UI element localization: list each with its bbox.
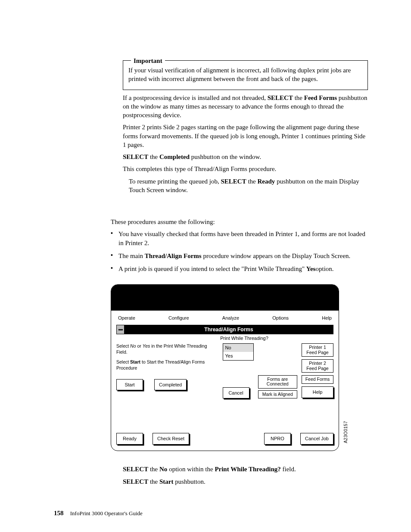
menu-analyze[interactable]: Analyze — [222, 315, 239, 321]
bullet-2: The main Thread/Align Forms procedure wi… — [111, 252, 368, 260]
para-resume: To resume printing the queued job, SELEC… — [129, 177, 368, 195]
cancel-button[interactable]: Cancel — [223, 387, 249, 399]
check-reset-button[interactable]: Check Reset — [153, 433, 189, 445]
system-menu-icon[interactable] — [117, 325, 125, 334]
cancel-job-button[interactable]: Cancel Job — [300, 433, 333, 445]
listbox-option-no[interactable]: No — [223, 344, 253, 352]
menu-bar: Operate Configure Analyze Options Help — [116, 313, 333, 325]
listbox-option-yes[interactable]: Yes — [223, 352, 253, 360]
menu-options[interactable]: Options — [272, 315, 289, 321]
page-footer: 158 InfoPrint 3000 Operator's Guide — [54, 509, 143, 517]
book-title: InfoPrint 3000 Operator's Guide — [70, 510, 143, 516]
printer2-feed-page-button[interactable]: Printer 2 Feed Page — [302, 359, 333, 373]
para-select-completed: SELECT the Completed pushbutton on the w… — [123, 152, 368, 161]
para-printer2: Printer 2 prints Side 2 pages starting o… — [123, 123, 368, 149]
forms-connected-button[interactable]: Forms are Connected — [258, 375, 297, 389]
step-select-start: SELECT the Start pushbutton. — [123, 477, 368, 486]
touchscreen-figure: Operate Configure Analyze Options Help T… — [111, 284, 339, 451]
menu-operate[interactable]: Operate — [118, 315, 135, 321]
figure-reference: A23O0157 — [343, 421, 349, 443]
feed-forms-button[interactable]: Feed Forms — [302, 375, 333, 384]
para-postprocessing: If a postprocessing device is installed … — [123, 93, 368, 120]
bullet-3: A print job is queued if you intend to s… — [111, 264, 368, 273]
important-box: Important If your visual verification of… — [123, 60, 368, 90]
step-select-no: SELECT the No option within the Print Wh… — [123, 465, 368, 473]
window-title: Thread/Align Forms — [125, 325, 333, 334]
important-legend: Important — [131, 56, 165, 65]
ready-button[interactable]: Ready — [116, 433, 143, 445]
mark-aligned-button[interactable]: Mark is Aligned — [258, 390, 297, 399]
important-body: If your visual verification of alignment… — [128, 66, 362, 84]
print-while-threading-listbox[interactable]: No Yes — [223, 343, 254, 361]
menu-configure[interactable]: Configure — [168, 315, 189, 321]
npro-button[interactable]: NPRO — [264, 433, 291, 445]
help-button[interactable]: Help — [302, 386, 333, 398]
instruction-2: Select Start to Start the Thread/Align F… — [116, 359, 218, 371]
page-number: 158 — [54, 510, 64, 516]
completed-button[interactable]: Completed — [154, 379, 187, 390]
para-complete: This completes this type of Thread/Align… — [123, 165, 368, 173]
screen-black-strip — [111, 285, 339, 311]
start-button[interactable]: Start — [116, 379, 143, 390]
menu-help[interactable]: Help — [322, 315, 332, 321]
instruction-1: Select No or Yes in the Print While Thre… — [116, 343, 218, 355]
assume-intro: These procedures assume the following: — [111, 218, 368, 226]
bullet-1: You have visually checked that forms hav… — [111, 230, 368, 247]
field-legend: Print While Threading? — [155, 335, 333, 342]
printer1-feed-page-button[interactable]: Printer 1 Feed Page — [302, 343, 333, 357]
